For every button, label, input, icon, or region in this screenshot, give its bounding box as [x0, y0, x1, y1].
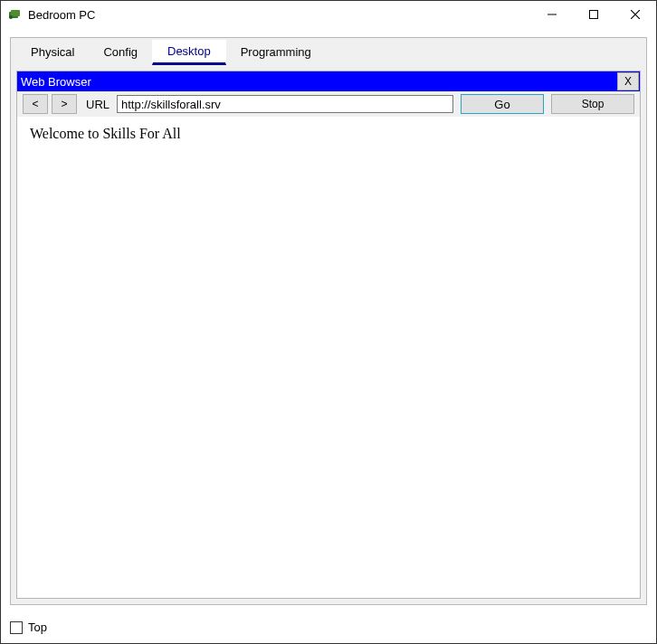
- stop-button[interactable]: Stop: [551, 94, 634, 114]
- top-checkbox[interactable]: [10, 621, 23, 634]
- browser-title: Web Browser: [21, 75, 91, 89]
- window-title-bar: Bedroom PC: [1, 1, 656, 28]
- svg-rect-1: [11, 10, 20, 16]
- top-label: Top: [28, 620, 47, 634]
- maximize-button[interactable]: [573, 1, 614, 28]
- web-browser-window: Web Browser X < > URL Go Stop Welcome to…: [16, 71, 641, 599]
- url-input[interactable]: [117, 95, 453, 113]
- app-icon: [8, 7, 23, 22]
- tab-config[interactable]: Config: [89, 42, 152, 65]
- minimize-button[interactable]: [531, 1, 573, 28]
- tab-desktop[interactable]: Desktop: [152, 40, 226, 65]
- page-heading: Welcome to Skills For All: [30, 126, 181, 141]
- forward-button[interactable]: >: [52, 94, 77, 114]
- browser-toolbar: < > URL Go Stop: [17, 91, 640, 117]
- window-controls: [531, 1, 656, 28]
- back-button[interactable]: <: [23, 94, 48, 114]
- svg-rect-4: [590, 11, 598, 19]
- browser-title-bar: Web Browser X: [17, 71, 640, 91]
- browser-close-button[interactable]: X: [617, 72, 639, 90]
- close-button[interactable]: [614, 1, 656, 28]
- footer: Top: [10, 620, 47, 634]
- svg-point-2: [9, 15, 13, 19]
- tab-programming[interactable]: Programming: [226, 42, 326, 65]
- tab-physical[interactable]: Physical: [16, 42, 89, 65]
- window-title: Bedroom PC: [28, 8, 95, 22]
- main-panel: Physical Config Desktop Programming Web …: [10, 37, 647, 605]
- url-label: URL: [86, 98, 110, 111]
- tab-bar: Physical Config Desktop Programming: [11, 38, 646, 65]
- page-content: Welcome to Skills For All: [17, 117, 640, 151]
- go-button[interactable]: Go: [461, 94, 544, 114]
